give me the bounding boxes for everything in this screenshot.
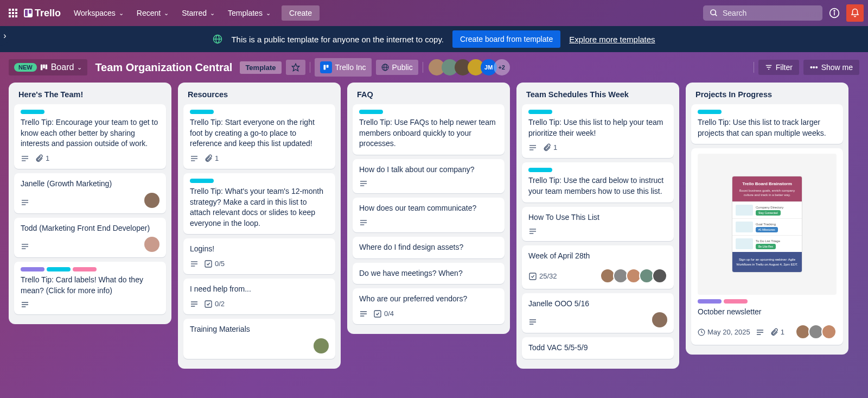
card[interactable]: Janelle OOO 5/16 [522,293,674,333]
card[interactable]: Trello Tip: Card labels! What do they me… [14,262,166,314]
card-labels[interactable] [698,110,837,114]
list-title[interactable]: Team Schedules This Week [522,88,674,104]
card-labels[interactable] [190,110,329,114]
logo-text: Trello [35,8,61,19]
nav-templates[interactable]: Templates⌄ [221,5,277,21]
workspace-button[interactable]: Trello Inc [315,58,372,77]
card-labels[interactable] [21,267,159,271]
notifications-button[interactable] [846,4,864,22]
card-labels[interactable] [190,179,329,183]
card-labels[interactable] [528,110,667,114]
trello-icon [320,61,332,73]
card[interactable]: Where do I find design assets? [353,237,505,258]
card-title: Week of April 28th [528,251,667,262]
card-labels[interactable] [698,299,837,304]
card[interactable]: Trello Tip: Encourage your team to get t… [14,104,166,169]
card-title: Trello Tip: Use the card below to instru… [528,175,667,197]
list-title[interactable]: Resources [183,88,335,104]
list-title[interactable]: Projects In Progress [691,88,843,104]
label-pink[interactable] [724,299,748,304]
nav-recent[interactable]: Recent⌄ [130,5,175,21]
card[interactable]: How do I talk about our company? [353,159,505,194]
label-cyan[interactable] [359,110,383,114]
search-box[interactable] [703,5,822,21]
list-title[interactable]: FAQ [353,88,505,104]
template-banner: This is a public template for anyone on … [0,26,868,52]
card-title: Todd (Marketing Front End Developer) [21,223,159,234]
card[interactable]: Trello Tip: Use this list to help your t… [522,104,674,158]
view-switcher[interactable]: NEW Board ⌄ [9,59,87,75]
info-button[interactable] [826,4,843,22]
label-cyan[interactable] [190,110,214,114]
card[interactable]: Trello Tip: Start everyone on the right … [183,104,335,169]
card[interactable]: Do we have meetings? When? [353,263,505,285]
attachment-badge: 1 [542,143,557,153]
avatar[interactable] [652,268,667,283]
search-input[interactable] [723,9,818,17]
checklist-badge: 0/5 [204,259,225,269]
list: Here's The Team!Trello Tip: Encourage yo… [9,83,171,324]
label-cyan[interactable] [47,267,71,271]
card-labels[interactable] [21,110,159,114]
card[interactable]: Trello Board BrainstormBoost business go… [691,148,843,345]
card[interactable]: Week of April 28th25/32 [522,245,674,289]
visibility-button[interactable]: Public [376,60,418,75]
apps-menu-icon[interactable] [4,4,22,22]
trello-logo[interactable]: Trello [24,8,61,19]
card[interactable]: Trello Tip: Use this list to track large… [691,104,843,144]
create-from-template-button[interactable]: Create board from template [452,30,560,48]
card[interactable]: I need help from...0/2 [183,279,335,314]
explore-templates-link[interactable]: Explore more templates [569,35,655,44]
card[interactable]: How does our team communicate? [353,198,505,232]
avatar[interactable] [821,324,837,339]
svg-rect-1 [12,9,14,11]
star-button[interactable] [286,60,305,75]
card-labels[interactable] [359,110,498,114]
label-pink[interactable] [73,267,97,271]
avatar[interactable] [652,312,667,327]
label-cyan[interactable] [698,110,722,114]
label-purple[interactable] [698,299,722,304]
list-title[interactable]: Here's The Team! [14,88,166,104]
card[interactable]: Trello Tip: What's your team's 12-month … [183,173,335,234]
board-canvas[interactable]: Here's The Team!Trello Tip: Encourage yo… [0,83,868,398]
card[interactable]: Training Materials [183,319,335,359]
label-cyan[interactable] [190,179,214,183]
checklist-badge: 0/2 [204,299,225,309]
nav-starred[interactable]: Starred⌄ [175,5,221,21]
board-members[interactable]: JM +2 [432,59,510,75]
card[interactable]: Todd (Marketing Front End Developer) [14,218,166,258]
label-cyan[interactable] [528,110,552,114]
board-header: NEW Board ⌄ Team Organization Central Te… [0,52,868,83]
svg-rect-21 [45,65,47,70]
board-title[interactable]: Team Organization Central [95,61,232,74]
svg-rect-24 [326,65,328,68]
filter-button[interactable]: Filter [758,60,799,75]
description-badge-icon [359,218,368,227]
card[interactable]: How To Use This List [522,207,674,242]
card[interactable]: Logins!0/5 [183,238,335,274]
show-menu-button[interactable]: ••• Show me [803,60,859,75]
avatar-more[interactable]: +2 [494,59,510,75]
description-badge-icon [21,300,29,309]
dots-icon: ••• [810,63,818,72]
label-cyan[interactable] [21,110,44,114]
globe-icon [213,34,222,44]
card[interactable]: Who are our preferred vendors?0/4 [353,288,505,324]
card[interactable]: Todd VAC 5/5-5/9 [522,337,674,359]
card-labels[interactable] [528,168,667,172]
avatar[interactable] [144,193,159,208]
label-cyan[interactable] [528,168,552,172]
avatar[interactable] [314,338,329,353]
avatar[interactable] [144,237,159,252]
nav-workspaces[interactable]: Workspaces⌄ [67,5,130,21]
card[interactable]: Trello Tip: Use FAQs to help newer team … [353,104,505,155]
card-title: Janelle OOO 5/16 [528,299,667,309]
create-button[interactable]: Create [282,5,320,21]
label-purple[interactable] [21,267,44,271]
svg-marker-22 [292,64,299,71]
description-badge-icon [190,300,199,308]
svg-point-15 [834,10,835,11]
card[interactable]: Trello Tip: Use the card below to instru… [522,162,674,202]
card[interactable]: Janelle (Growth Marketing) [14,173,166,213]
